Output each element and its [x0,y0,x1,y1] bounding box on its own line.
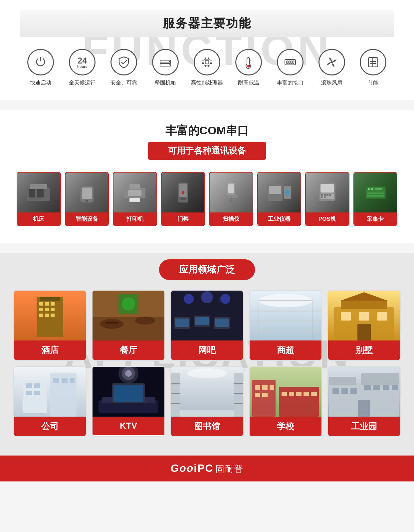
svg-point-39 [86,200,88,202]
svg-rect-161 [361,373,399,385]
svg-rect-168 [392,385,398,390]
svg-rect-36 [37,189,44,198]
com-devices-row: 机床 智能设备 打印机 [17,172,397,226]
svg-rect-123 [62,378,68,383]
port-label: 丰富的接口 [277,79,304,86]
brand-ipc: iPC [194,462,213,474]
svg-rect-43 [129,198,140,202]
fan-icon [324,55,339,69]
shield-icon [116,55,131,69]
svg-rect-166 [373,385,380,390]
svg-rect-34 [30,184,47,189]
svg-point-90 [122,297,135,311]
24h-icon-circle: 24 hours [69,49,96,75]
svg-point-2 [169,61,170,62]
svg-rect-111 [341,312,351,321]
app-xuexiao: 学校 [249,366,322,437]
device-menjin: 门禁 [161,172,205,226]
svg-rect-71 [367,195,384,197]
svg-rect-121 [34,391,40,395]
svg-rect-62 [329,194,331,196]
svg-rect-35 [29,189,35,198]
function-icon-shield: 安全、可靠 [105,49,142,86]
svg-rect-50 [224,195,238,198]
svg-rect-63 [321,197,323,198]
svg-rect-25 [291,61,292,64]
svg-rect-4 [204,59,210,65]
svg-point-55 [285,190,290,195]
svg-rect-100 [215,319,229,327]
app-gongyeyuan-img [328,367,400,417]
app-grid-row1: 酒店 餐厅 [13,290,401,361]
svg-rect-118 [26,383,32,388]
app-title: 应用领域广泛 [159,259,255,280]
svg-rect-140 [234,383,243,384]
svg-rect-74 [40,297,60,301]
thermo-icon [241,55,256,69]
device-zhineng: 智能设备 [65,172,109,226]
com-title-main: 丰富的COM串口 [17,123,397,138]
app-gongsi-img [14,367,86,417]
svg-point-68 [371,188,373,190]
svg-point-144 [187,368,227,378]
svg-rect-152 [262,393,268,397]
app-shangchao-label: 商超 [250,340,321,360]
svg-rect-114 [357,324,371,340]
app-gongyeyuan: 工业园 [327,366,401,437]
app-canting-img [93,291,164,340]
com-title-sub: 可用于各种通讯设备 [148,142,266,160]
svg-rect-28 [368,58,378,67]
svg-rect-76 [45,302,49,306]
svg-rect-142 [234,403,243,404]
chip-icon-circle [194,49,220,75]
device-jichuang-label: 机床 [17,212,60,225]
svg-rect-135 [171,373,180,417]
device-gongyeyiqi: 工业仪器 [257,172,302,226]
svg-rect-165 [364,385,371,390]
device-gongyeyiqi-img [258,173,301,212]
svg-rect-105 [250,321,321,322]
svg-point-94 [220,294,230,304]
svg-point-93 [201,291,213,303]
svg-rect-38 [82,188,92,199]
app-bieyuan: 别墅 [327,290,401,361]
svg-rect-64 [324,197,326,198]
fan-label: 滚珠风扇 [321,79,342,86]
function-icons-row: 快速启动 24 hours 全天候运行 [20,49,394,86]
device-jichuang-img [17,173,60,212]
svg-rect-78 [39,308,43,311]
svg-rect-60 [324,194,326,196]
function-icon-thermo: 耐高低温 [230,49,267,86]
svg-rect-88 [105,322,118,324]
svg-point-128 [125,370,132,377]
function-icon-power: 快速启动 [22,49,59,86]
svg-rect-163 [341,388,348,394]
svg-rect-157 [311,392,317,396]
device-dayinji-img [113,173,156,212]
device-menjin-label: 门禁 [162,212,205,225]
svg-rect-49 [228,184,234,193]
device-zhineng-img [66,173,108,212]
thermo-label: 耐高低温 [238,79,259,86]
svg-rect-109 [341,301,387,309]
svg-point-67 [368,188,370,190]
svg-rect-160 [329,377,356,385]
function-title: 服务器主要功能 [20,10,394,37]
svg-rect-112 [359,312,369,321]
function-icon-server: 坚固机箱 [147,49,184,86]
svg-rect-80 [51,308,55,311]
svg-rect-124 [70,378,75,383]
svg-point-27 [331,61,333,63]
svg-rect-150 [270,385,274,390]
power-icon [33,55,48,69]
svg-point-3 [169,65,170,66]
device-menjin-img [162,173,205,212]
svg-rect-75 [39,302,43,306]
24h-label: 全天候运行 [69,79,96,86]
chip-label: 高性能处理器 [191,79,223,86]
device-saomiaoji-img [210,173,253,212]
device-saomiaoji-label: 扫描仪 [210,212,253,225]
leaf-label: 节能 [368,79,378,86]
thermo-icon-circle [235,49,262,75]
svg-rect-5 [205,61,209,64]
